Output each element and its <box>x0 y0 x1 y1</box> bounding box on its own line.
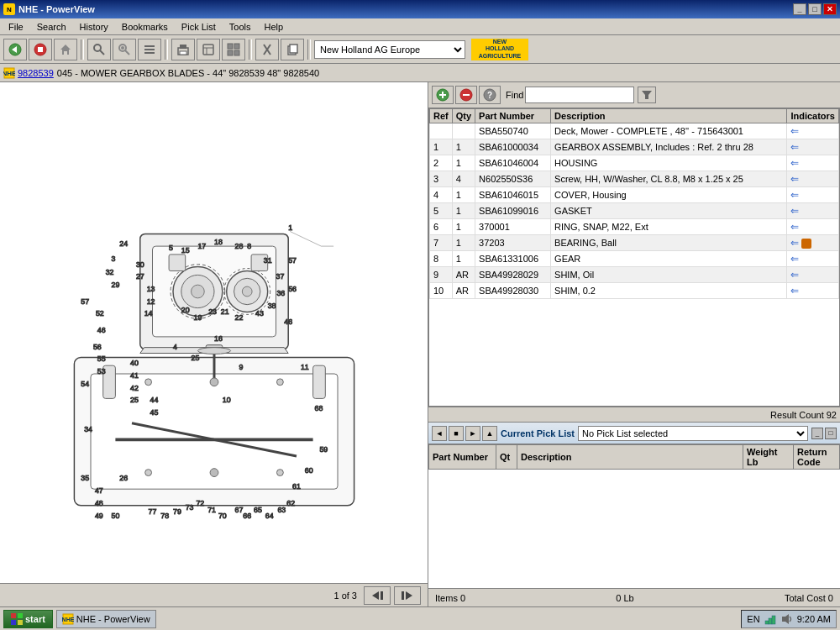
minimize-button[interactable]: _ <box>793 3 806 15</box>
print-button[interactable] <box>171 39 195 60</box>
technical-diagram: 1 57 52 46 56 55 53 54 24 3 32 29 30 27 … <box>8 127 420 538</box>
svg-text:3: 3 <box>111 255 115 263</box>
parts-table-row[interactable]: 9ARSBA49928029SHIM, Oil⇐ <box>430 267 839 283</box>
diagram-next-button[interactable] <box>394 586 421 605</box>
maximize-button[interactable]: □ <box>808 3 822 15</box>
svg-text:66: 66 <box>243 512 251 520</box>
svg-point-47 <box>276 379 283 386</box>
svg-rect-13 <box>180 45 186 49</box>
cell-ref: 9 <box>430 267 453 283</box>
toolbar-separator-1 <box>81 39 84 60</box>
taskbar-powerview-item[interactable]: NHE NHE - PowerView <box>56 610 156 628</box>
svg-text:53: 53 <box>97 367 105 375</box>
svg-rect-131 <box>381 591 383 600</box>
parts-table-row[interactable]: SBA550740Deck, Mower - COMPLETE , 48'' -… <box>430 123 839 139</box>
svg-text:25: 25 <box>130 396 139 404</box>
copy-button[interactable] <box>281 39 304 60</box>
svg-text:NHE: NHE <box>3 70 15 77</box>
cell-description: BEARING, Ball <box>551 235 787 251</box>
cell-partnum: 37203 <box>475 235 551 251</box>
picklist-minimize-button[interactable]: _ <box>811 428 823 439</box>
stop-button[interactable] <box>29 39 52 60</box>
find-input[interactable] <box>525 87 634 103</box>
region-dropdown-container: New Holland AG Europe New Holland AG Nor… <box>314 40 465 59</box>
cell-indicator: ⇐ <box>787 139 839 155</box>
svg-text:37: 37 <box>276 272 284 281</box>
menu-picklist[interactable]: Pick List <box>175 20 223 34</box>
svg-rect-134 <box>402 591 404 600</box>
cell-description: GASKET <box>551 203 787 219</box>
parts-table-row[interactable]: 81SBA61331006GEAR⇐ <box>430 251 839 267</box>
picklist-maximize-button[interactable]: □ <box>825 428 837 439</box>
region-dropdown[interactable]: New Holland AG Europe New Holland AG Nor… <box>314 40 465 59</box>
svg-rect-18 <box>228 44 233 49</box>
svg-point-51 <box>210 469 218 477</box>
parts-table-container[interactable]: Ref Qty Part Number Description Indicato… <box>428 108 840 407</box>
toolbar: New Holland AG Europe New Holland AG Nor… <box>0 35 840 64</box>
svg-point-52 <box>197 348 230 354</box>
menu-history[interactable]: History <box>73 20 115 34</box>
breadcrumb-bar: NHE 9828539 045 - MOWER GEARBOX BLADES -… <box>0 64 840 82</box>
parts-table-row[interactable]: 51SBA61099016GASKET⇐ <box>430 203 839 219</box>
nh-logo: NEWHOLLANDAGRICULTURE <box>470 38 529 61</box>
parts-table-row[interactable]: 10ARSBA49928030SHIM, 0.2⇐ <box>430 283 839 299</box>
svg-text:50: 50 <box>111 512 119 520</box>
title-bar-left: N NHE - PowerView <box>3 3 95 15</box>
grid-button[interactable] <box>222 39 245 60</box>
svg-text:57: 57 <box>81 297 89 306</box>
parts-table-row[interactable]: 11SBA61000034GEARBOX ASSEMBLY, Includes … <box>430 139 839 155</box>
list-button[interactable] <box>138 39 161 60</box>
parts-remove-button[interactable] <box>455 86 477 104</box>
svg-text:56: 56 <box>288 285 297 293</box>
find-filter-button[interactable] <box>638 87 656 103</box>
svg-text:16: 16 <box>214 334 223 343</box>
cell-indicator: ⇐ <box>787 203 839 219</box>
back-button[interactable] <box>3 39 27 60</box>
search-button[interactable] <box>87 39 111 60</box>
title-bar: N NHE - PowerView _ □ ✕ <box>0 0 840 18</box>
parts-add-button[interactable] <box>432 86 454 104</box>
cell-description: SHIM, 0.2 <box>551 283 787 299</box>
picklist-list-selector[interactable]: No Pick List selected <box>578 426 808 441</box>
svg-rect-3 <box>38 47 43 52</box>
cell-partnum: SBA49928030 <box>475 283 551 299</box>
parts-table-row[interactable]: 21SBA61046004HOUSING⇐ <box>430 155 839 171</box>
picklist-table: Part Number Qt Description Weight Lb Ret… <box>428 444 840 470</box>
menu-file[interactable]: File <box>2 20 30 34</box>
svg-rect-20 <box>228 50 233 55</box>
cell-qty: 1 <box>452 219 475 235</box>
parts-table-row[interactable]: 61370001RING, SNAP, M22, Ext⇐ <box>430 219 839 235</box>
menu-search[interactable]: Search <box>30 20 73 34</box>
picklist-table-container[interactable]: Part Number Qt Description Weight Lb Ret… <box>428 444 840 588</box>
breadcrumb-link[interactable]: 9828539 <box>18 68 54 78</box>
svg-text:21: 21 <box>220 307 228 316</box>
find-label: Find <box>506 90 523 100</box>
close-button[interactable]: ✕ <box>823 3 837 15</box>
taskbar-item-label: NHE - PowerView <box>76 614 150 624</box>
svg-point-34 <box>191 285 204 298</box>
start-button[interactable]: start <box>3 610 53 628</box>
cell-qty: 1 <box>452 187 475 203</box>
svg-text:30: 30 <box>135 260 144 269</box>
menu-bookmarks[interactable]: Bookmarks <box>115 20 175 34</box>
svg-text:24: 24 <box>119 239 128 248</box>
menu-tools[interactable]: Tools <box>223 20 258 34</box>
parts-info-button[interactable]: ? <box>479 86 501 104</box>
svg-text:11: 11 <box>300 363 308 371</box>
diagram-prev-button[interactable] <box>364 586 391 605</box>
parts-table-row[interactable]: 41SBA61046015COVER, Housing⇐ <box>430 187 839 203</box>
picklist-nav-stop[interactable]: ■ <box>449 426 464 441</box>
parts-table-row[interactable]: 7137203BEARING, Ball⇐ <box>430 235 839 251</box>
cut-button[interactable] <box>255 39 279 60</box>
search2-button[interactable] <box>113 39 136 60</box>
cell-indicator: ⇐ <box>787 171 839 187</box>
settings-button[interactable] <box>197 39 220 60</box>
col-qty: Qty <box>452 109 475 123</box>
picklist-nav-up[interactable]: ▲ <box>482 426 497 441</box>
parts-table-row[interactable]: 34N602550S36Screw, HH, W/Washer, CL 8.8,… <box>430 171 839 187</box>
home-button[interactable] <box>54 39 77 60</box>
picklist-nav-fwd[interactable]: ► <box>465 426 480 441</box>
picklist-nav-back[interactable]: ◄ <box>432 426 447 441</box>
menu-help[interactable]: Help <box>258 20 291 34</box>
svg-text:23: 23 <box>208 307 217 316</box>
